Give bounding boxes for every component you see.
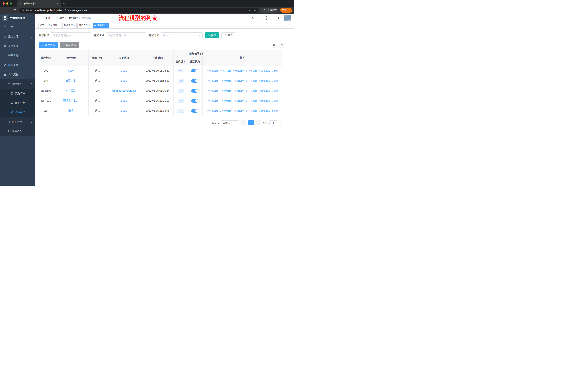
sidebar-item-dev-tools[interactable]: 研发工具 (0, 60, 35, 70)
close-icon[interactable]: × (58, 24, 60, 27)
forward-button[interactable]: → (8, 9, 12, 12)
design-process-link[interactable]: 设计流程 (220, 89, 231, 92)
assign-rule-link[interactable]: 分配规则 (232, 99, 244, 102)
reload-button[interactable] (13, 9, 16, 12)
delete-link[interactable]: 删除 (271, 109, 279, 112)
modify-process-link[interactable]: 修改流程 (207, 109, 218, 112)
refresh-table-button[interactable] (279, 43, 284, 48)
process-name-input[interactable] (106, 32, 146, 38)
fullscreen-icon[interactable] (271, 16, 274, 20)
url-text[interactable]: dashboard.yudao.iocoder.cn/bpm/manager/m… (35, 9, 248, 12)
tag-home[interactable]: 首页 (38, 23, 46, 28)
version-tag[interactable]: v5 (178, 89, 184, 92)
sidebar-item-infrastructure[interactable]: 基础设施 (0, 51, 35, 60)
process-id-input[interactable] (51, 32, 91, 38)
modify-process-link[interactable]: 修改流程 (207, 69, 218, 72)
sidebar-item-workflow[interactable]: 工作流程 (0, 70, 35, 79)
password-key-icon[interactable] (249, 9, 252, 12)
goto-page-input[interactable] (269, 120, 277, 125)
create-process-button[interactable]: 新建流程 (39, 42, 58, 48)
delete-link[interactable]: 删除 (271, 99, 279, 102)
assign-rule-link[interactable]: 分配规则 (232, 69, 244, 72)
breadcrumb-home[interactable]: 首页 (45, 16, 50, 20)
breadcrumb-workflow[interactable]: 工作流程 (54, 16, 64, 20)
sidebar-item-process-form[interactable]: 流程表单 (0, 89, 35, 98)
close-icon[interactable]: × (74, 24, 75, 27)
design-process-link[interactable]: 设计流程 (220, 99, 231, 102)
design-process-link[interactable]: 设计流程 (220, 69, 231, 72)
version-tag[interactable]: v2 (178, 79, 184, 82)
github-icon[interactable] (258, 16, 262, 20)
process-definition-link[interactable]: 流程定义 (258, 89, 270, 92)
sidebar-item-task-management[interactable]: 任务管理 (0, 117, 35, 127)
zoom-window-button[interactable] (10, 2, 12, 5)
version-tag[interactable]: v21 (177, 109, 184, 112)
version-tag[interactable]: v4 (178, 99, 184, 102)
sidebar-item-leave-query[interactable]: 请假查询 (0, 127, 35, 136)
tag-process-model[interactable]: 流程模型 × (93, 23, 110, 28)
active-toggle[interactable] (191, 69, 199, 72)
new-tab-button[interactable]: + (63, 1, 65, 5)
process-name-link[interactable]: 滔博 (68, 109, 74, 112)
tab-close-icon[interactable]: × (57, 2, 58, 5)
search-button[interactable]: 搜索 (205, 32, 219, 38)
design-process-link[interactable]: 设计流程 (220, 79, 231, 82)
assign-rule-link[interactable]: 分配规则 (232, 79, 244, 82)
browser-tab[interactable]: 芋道管理系统 × (17, 0, 61, 7)
active-toggle[interactable] (191, 79, 199, 82)
process-name-link[interactable]: 自己审批 (66, 79, 76, 82)
security-label[interactable]: 不安全 (26, 9, 32, 12)
import-process-button[interactable]: 导入流程 (60, 42, 79, 48)
sidebar-item-payment[interactable]: ¥ 支付管理 (0, 41, 35, 51)
minimize-window-button[interactable] (6, 2, 8, 5)
back-button[interactable]: ← (2, 9, 6, 12)
page-size-select[interactable]: 10条/页 (221, 120, 239, 125)
form-info-link[interactable]: biubiu (120, 99, 127, 102)
sidebar-item-process-model[interactable]: 流程模型 (0, 108, 35, 117)
form-info-link[interactable]: biubiu (120, 79, 127, 82)
form-info-link[interactable]: /bpm/oa/leave/create (112, 89, 136, 92)
close-window-button[interactable] (2, 2, 5, 5)
toggle-search-button[interactable] (272, 43, 277, 48)
close-icon[interactable]: × (106, 24, 108, 27)
modify-process-link[interactable]: 修改流程 (207, 99, 218, 102)
browser-menu-icon[interactable]: ⋮ (288, 9, 290, 12)
process-definition-link[interactable]: 流程定义 (258, 79, 270, 82)
delete-link[interactable]: 删除 (271, 79, 279, 82)
process-name-link[interactable]: OA 请假 (66, 89, 75, 92)
publish-process-link[interactable]: 发布流程 (245, 69, 257, 72)
publish-process-link[interactable]: 发布流程 (245, 99, 257, 102)
publish-process-link[interactable]: 发布流程 (245, 79, 257, 82)
active-toggle[interactable] (191, 89, 199, 92)
sidebar-item-home[interactable]: 首页 (0, 22, 35, 32)
reset-button[interactable]: 重置 (221, 32, 236, 38)
process-name-link[interactable]: eeee (68, 69, 74, 72)
process-name-link[interactable]: 测试多审批人 (63, 99, 79, 102)
active-toggle[interactable] (191, 99, 199, 102)
update-button[interactable]: 更新 ⋮ (280, 8, 292, 13)
process-definition-link[interactable]: 流程定义 (258, 69, 270, 72)
category-select[interactable]: 流程分类 (161, 32, 202, 38)
close-icon[interactable]: × (89, 24, 90, 27)
publish-process-link[interactable]: 发布流程 (245, 109, 257, 112)
next-page-button[interactable]: › (256, 120, 261, 125)
current-page-button[interactable]: 1 (248, 120, 254, 125)
sidebar-item-process-management[interactable]: 流程管理 (0, 79, 35, 89)
modify-process-link[interactable]: 修改流程 (207, 89, 218, 92)
design-process-link[interactable]: 设计流程 (220, 109, 231, 112)
active-toggle[interactable] (191, 109, 199, 112)
delete-link[interactable]: 删除 (271, 89, 279, 92)
process-definition-link[interactable]: 流程定义 (258, 109, 270, 112)
prev-page-button[interactable]: ‹ (241, 120, 246, 125)
sidebar-item-user-group[interactable]: 用户分组 (0, 98, 35, 108)
version-tag[interactable]: v17 (177, 69, 184, 72)
help-icon[interactable]: ? (265, 16, 268, 20)
delete-link[interactable]: 删除 (271, 69, 279, 72)
assign-rule-link[interactable]: 分配规则 (232, 109, 244, 112)
form-info-link[interactable]: biubiu (120, 69, 127, 72)
tag-tenant-management[interactable]: 租户管理 × (47, 23, 62, 28)
assign-rule-link[interactable]: 分配规则 (232, 89, 244, 92)
sidebar-item-system[interactable]: 系统管理 (0, 32, 35, 41)
font-size-icon[interactable]: TT (278, 16, 281, 20)
address-bar[interactable]: 不安全 dashboard.yudao.iocoder.cn/bpm/manag… (19, 8, 259, 13)
